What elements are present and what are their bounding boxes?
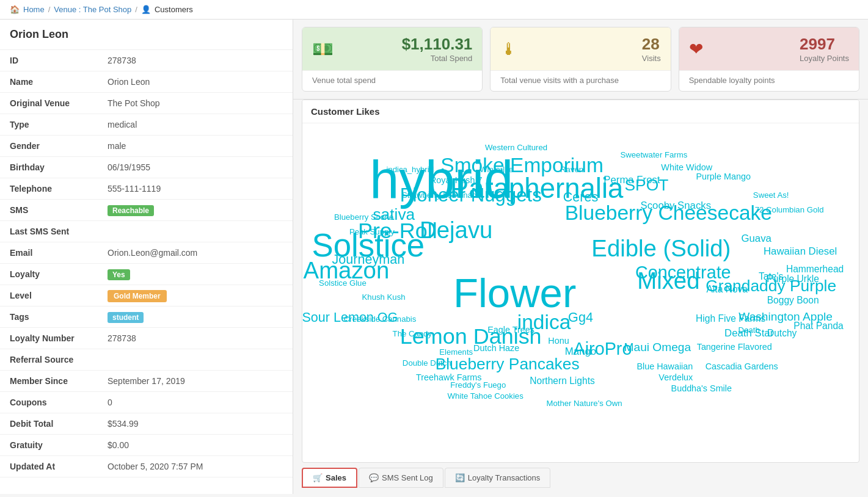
word-cloud-word: Maui Omega [624, 341, 691, 354]
word-cloud-word: Dejavu [420, 217, 492, 243]
table-row: SMSReachable [0, 200, 293, 221]
word-cloud-word: Peak Supply [349, 227, 395, 236]
word-cloud-word: Khush Kush [362, 292, 406, 302]
stat-desc-loyalty: Spendable loyalty points [679, 70, 859, 91]
stat-value-loyalty: 2997 [800, 35, 849, 54]
tab-sms[interactable]: 💬SMS Sent Log [359, 468, 443, 488]
field-label: Last SMS Sent [0, 221, 98, 242]
breadcrumb-sep2: / [135, 5, 137, 14]
table-row: Original VenueThe Pot Shop [0, 93, 293, 114]
field-label: Original Venue [0, 93, 98, 114]
word-cloud-word: Tangerine Flavored [697, 342, 772, 352]
breadcrumb-venue[interactable]: Venue : The Pot Shop [54, 5, 131, 14]
word-cloud-word: Buddha's Smile [671, 383, 732, 393]
field-label: SMS [0, 200, 98, 221]
table-row: Gendermale [0, 136, 293, 157]
table-row: Birthday06/19/1955 [0, 157, 293, 178]
field-value: 0 [98, 392, 293, 413]
word-cloud-word: Flower [453, 270, 576, 316]
field-label: Type [0, 114, 98, 136]
stat-card-spend: 💵 $1,110.31 Total Spend Venue total spen… [302, 27, 483, 92]
table-row: Updated AtOctober 5, 2020 7:57 PM [0, 456, 293, 477]
word-cloud-word: Cascadia Gardens [706, 361, 778, 371]
word-cloud-word: Purple Urkle [767, 274, 819, 284]
field-label: ID [0, 50, 98, 71]
tab-label-sales: Sales [326, 473, 346, 482]
field-label: Referral Source [0, 349, 98, 371]
word-cloud-word: Sweetwater Farms [620, 150, 687, 159]
field-label: Loyalty [0, 264, 98, 285]
word-cloud-svg: hybridFlowerSolsticeParaphernaliaBlueber… [302, 123, 859, 462]
field-value: September 17, 2019 [98, 371, 293, 392]
word-cloud-word: Dutch Haze [473, 343, 519, 353]
word-cloud-word: White Tahoe Cookies [448, 391, 524, 401]
table-row: Debit Total$534.99 [0, 413, 293, 435]
field-value: male [98, 136, 293, 157]
tabs-section: 🛒Sales💬SMS Sent Log🔄Loyalty Transactions [302, 468, 859, 488]
word-cloud-word: indica_hybrid [386, 165, 434, 174]
word-cloud-word: Journeyman [332, 252, 405, 267]
word-cloud-word: Sweet As! [753, 190, 789, 200]
word-cloud-word: Blueberry Pancakes [436, 355, 580, 373]
word-cloud-word: 72 Columbian Gold [755, 205, 824, 214]
field-value: Orion.Leon@gmail.com [98, 242, 293, 264]
table-row: Telephone555-111-1119 [0, 178, 293, 200]
table-row: Member SinceSeptember 17, 2019 [0, 371, 293, 392]
field-value: 278738 [98, 50, 293, 71]
stat-label-visits: Visits [642, 54, 661, 63]
table-row: NameOrion Leon [0, 71, 293, 93]
customer-info-table: ID278738NameOrion LeonOriginal VenueThe … [0, 50, 293, 477]
stat-icon-loyalty: ❤ [689, 39, 703, 59]
field-label: Member Since [0, 371, 98, 392]
main-layout: Orion Leon ID278738NameOrion LeonOrigina… [0, 20, 868, 494]
field-label: Debit Total [0, 413, 98, 435]
field-value: student [98, 307, 293, 328]
breadcrumb-home[interactable]: Home [23, 5, 45, 14]
word-cloud-word: Hawaiian Diesel [764, 245, 837, 257]
stat-label-spend: Total Spend [402, 54, 473, 63]
field-value: Orion Leon [98, 71, 293, 93]
word-cloud-word: Eagle Trees [487, 325, 534, 335]
field-value: $534.99 [98, 413, 293, 435]
word-cloud-word: Northern Lights [530, 375, 595, 386]
field-label: Birthday [0, 157, 98, 178]
word-cloud-word: Edible (Solid) [591, 235, 731, 261]
stat-card-loyalty: ❤ 2997 Loyalty Points Spendable loyalty … [679, 27, 859, 92]
field-label: Name [0, 71, 98, 93]
word-cloud-word: Mango [565, 346, 596, 357]
table-row: ID278738 [0, 50, 293, 71]
tab-sales[interactable]: 🛒Sales [302, 468, 357, 488]
field-value: October 5, 2020 7:57 PM [98, 456, 293, 477]
field-value: 555-111-1119 [98, 178, 293, 200]
table-row: Loyalty Number278738 [0, 328, 293, 349]
field-label: Email [0, 242, 98, 264]
field-label: Coupons [0, 392, 98, 413]
stat-icon-spend: 💵 [312, 39, 334, 59]
word-cloud-word: Verdelux [658, 372, 693, 382]
table-row: EmailOrion.Leon@gmail.com [0, 242, 293, 264]
word-cloud-word: Gg4 [568, 310, 593, 325]
word-cloud-word: Creekside Cannabis [344, 314, 417, 324]
stat-label-loyalty: Loyalty Points [800, 54, 849, 63]
table-row: Tagsstudent [0, 307, 293, 328]
tabs-nav: 🛒Sales💬SMS Sent Log🔄Loyalty Transactions [302, 468, 859, 488]
field-label: Gender [0, 136, 98, 157]
word-cloud-word: Solstice Glue [319, 278, 367, 288]
word-cloud-word: Mother Nature's Own [546, 399, 622, 408]
table-row: Typemedical [0, 114, 293, 136]
table-row: Coupons0 [0, 392, 293, 413]
tab-loyalty[interactable]: 🔄Loyalty Transactions [445, 468, 551, 488]
tab-icon-sms: 💬 [369, 473, 379, 482]
stats-row: 💵 $1,110.31 Total Spend Venue total spen… [293, 20, 868, 100]
word-cloud-word: Dutchy [767, 328, 797, 338]
likes-section: Customer Likes hybridFlowerSolsticeParap… [302, 100, 859, 463]
word-cloud-word: Ceres [563, 189, 599, 205]
stat-desc-visits: Total venue visits with a purchase [491, 70, 670, 91]
word-cloud-word: Double Dutch [403, 358, 451, 368]
word-cloud-word: Royal Kush 7 [430, 175, 483, 185]
word-cloud-container: hybridFlowerSolsticeParaphernaliaBlueber… [302, 123, 859, 462]
word-cloud-word: Western Cultured [485, 143, 547, 152]
tab-label-sms: SMS Sent Log [382, 473, 433, 482]
word-cloud-word: The Candy [393, 329, 432, 338]
stat-value-visits: 28 [642, 35, 661, 54]
